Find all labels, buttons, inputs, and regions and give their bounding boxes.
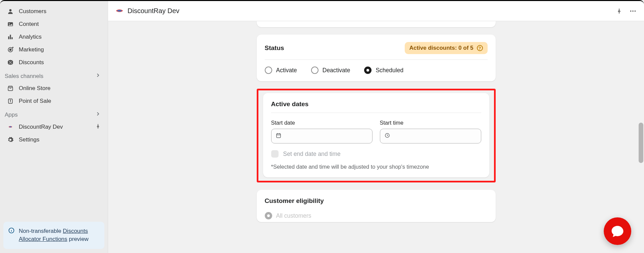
svg-rect-4 [10,35,11,39]
eligibility-title: Customer eligibility [265,197,488,206]
timezone-hint: *Selected date and time will be adjusted… [271,158,481,170]
pos-icon [7,97,14,105]
radio-deactivate[interactable]: Deactivate [311,67,350,74]
pin-icon[interactable] [95,123,101,131]
pin-button[interactable] [616,8,623,14]
target-icon [7,46,14,53]
person-icon [7,8,14,15]
radio-all-customers[interactable]: All customers [265,206,488,219]
main-area: DiscountRay Dev Status Active discounts:… [108,1,644,253]
sidebar-item-label: Point of Sale [19,98,51,104]
sidebar-item-label: DiscountRay Dev [19,124,63,130]
radio-label: Deactivate [323,67,350,74]
badge-text: Active discounts: 0 of 5 [409,45,474,51]
calendar-icon [276,132,282,140]
svg-point-8 [9,61,10,62]
sidebar-item-label: Settings [19,136,39,143]
radio-label: Scheduled [376,67,403,74]
status-title: Status [265,44,284,52]
start-time-input[interactable] [380,129,481,143]
svg-rect-16 [277,134,281,138]
radio-scheduled[interactable]: Scheduled [364,67,403,74]
sidebar-item-label: Online Store [19,85,51,92]
svg-point-9 [11,63,12,64]
end-date-checkbox-row[interactable]: Set end date and time [271,143,481,158]
sidebar-item-discounts[interactable]: Discounts [3,56,104,69]
svg-rect-3 [8,36,9,39]
radio-icon [265,67,272,74]
status-card: Status Active discounts: 0 of 5 ? Activa… [257,35,496,81]
store-icon [7,85,14,92]
svg-point-15 [635,10,636,12]
section-label: Apps [5,112,18,118]
notice-box: Non-transferable Discounts Allocator Fun… [3,222,104,249]
card-stub [257,21,496,27]
chat-icon [610,224,625,238]
sidebar-item-online-store[interactable]: Online Store [3,82,104,95]
page-title: DiscountRay Dev [128,7,609,15]
sidebar-section-apps[interactable]: Apps [3,108,104,121]
notice-text: Non-transferable Discounts Allocator Fun… [19,227,100,244]
svg-point-13 [630,10,632,12]
sidebar-item-settings[interactable]: Settings [3,133,104,146]
bar-chart-icon [7,33,14,41]
sidebar-item-label: Content [19,21,39,28]
svg-point-14 [632,10,634,12]
content-scroll[interactable]: Status Active discounts: 0 of 5 ? Activa… [108,21,644,253]
sidebar-item-marketing[interactable]: Marketing [3,43,104,56]
svg-rect-10 [8,87,12,91]
chat-button[interactable] [604,217,631,245]
start-date-input[interactable] [271,129,373,143]
checkbox-label: Set end date and time [283,151,341,158]
highlight-frame: Active dates Start date [257,89,496,182]
clock-icon [384,132,390,140]
sidebar-item-customers[interactable]: Customers [3,5,104,18]
sidebar-item-point-of-sale[interactable]: Point of Sale [3,95,104,108]
image-icon [7,20,14,28]
svg-point-2 [9,23,10,24]
sidebar-item-label: Discounts [19,59,44,66]
sidebar-item-analytics[interactable]: Analytics [3,31,104,43]
app-logo-icon [115,8,123,14]
sidebar-item-content[interactable]: Content [3,18,104,31]
sidebar-item-app-discountray[interactable]: DiscountRay Dev [3,121,104,133]
svg-rect-5 [11,37,12,39]
radio-label: Activate [276,67,297,74]
gear-icon [7,136,14,143]
active-dates-card: Active dates Start date [263,93,489,177]
svg-point-7 [10,49,11,51]
svg-point-0 [9,9,12,11]
scrollbar-thumb[interactable] [639,123,643,163]
sidebar: Customers Content Analytics Marketing Di [0,1,108,253]
start-time-label: Start time [380,120,481,126]
status-radio-group: Activate Deactivate Scheduled [265,60,488,74]
main-header: DiscountRay Dev [108,1,644,21]
chevron-right-icon [95,72,101,80]
active-dates-title: Active dates [271,100,481,113]
start-date-field: Start date [271,120,373,143]
sidebar-section-sales-channels[interactable]: Sales channels [3,69,104,82]
app-logo-icon [7,123,14,131]
discount-icon [7,59,14,66]
radio-icon [311,67,318,74]
radio-activate[interactable]: Activate [265,67,297,74]
section-label: Sales channels [5,73,43,80]
checkbox-icon [271,150,279,158]
start-time-field: Start time [380,120,481,143]
sidebar-item-label: Marketing [19,46,44,53]
radio-label: All customers [276,212,311,219]
info-icon [8,227,15,244]
radio-icon [364,67,371,74]
help-icon[interactable]: ? [477,45,483,51]
customer-eligibility-card: Customer eligibility All customers [257,190,496,222]
scrollbar[interactable] [639,22,643,249]
chevron-right-icon [95,111,101,119]
more-button[interactable] [629,7,637,15]
sidebar-item-label: Analytics [19,34,42,40]
radio-icon [265,212,272,219]
active-discounts-badge: Active discounts: 0 of 5 ? [405,42,488,54]
start-date-label: Start date [271,120,373,126]
sidebar-item-label: Customers [19,8,46,15]
